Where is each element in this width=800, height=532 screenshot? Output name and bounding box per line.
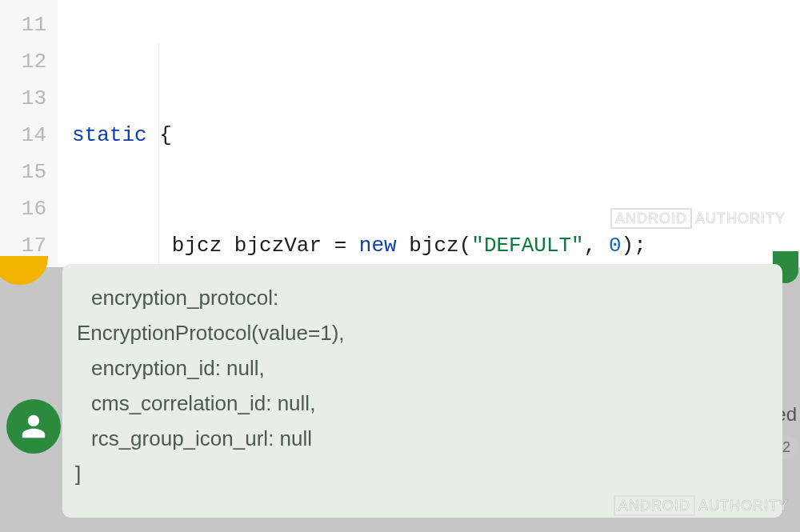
line-number: 16	[0, 190, 46, 227]
debug-line: encryption_id: null,	[91, 350, 763, 386]
debug-output-card[interactable]: encryption_protocol: EncryptionProtocol(…	[62, 264, 782, 518]
line-number: 11	[0, 6, 46, 43]
line-number: 13	[0, 80, 46, 117]
person-icon	[20, 413, 47, 440]
debug-line: EncryptionProtocol(value=1),	[77, 315, 763, 350]
debug-line: rcs_group_icon_url: null	[91, 421, 763, 456]
line-number: 15	[0, 154, 46, 190]
messaging-app-pane: ed 2 encryption_protocol: EncryptionProt…	[0, 267, 800, 532]
line-number: 12	[0, 43, 46, 80]
code-area[interactable]: static { bjcz bjczVar = new bjcz("DEFAUL…	[58, 0, 800, 267]
code-line: bjcz bjczVar = new bjcz("DEFAULT", 0);	[72, 227, 800, 264]
contact-avatar[interactable]	[6, 399, 61, 454]
debug-line: encryption_protocol:	[91, 280, 763, 315]
code-editor-pane: 11 12 13 14 15 16 17 static { bjcz bjczV…	[0, 0, 800, 267]
line-number-gutter: 11 12 13 14 15 16 17	[0, 0, 58, 267]
indent-guide	[158, 43, 159, 267]
debug-line: ]	[75, 456, 763, 491]
line-number: 14	[0, 117, 46, 154]
debug-line: cms_correlation_id: null,	[91, 386, 763, 421]
code-line: static {	[72, 117, 800, 154]
avatar-partial-yellow	[0, 256, 48, 285]
